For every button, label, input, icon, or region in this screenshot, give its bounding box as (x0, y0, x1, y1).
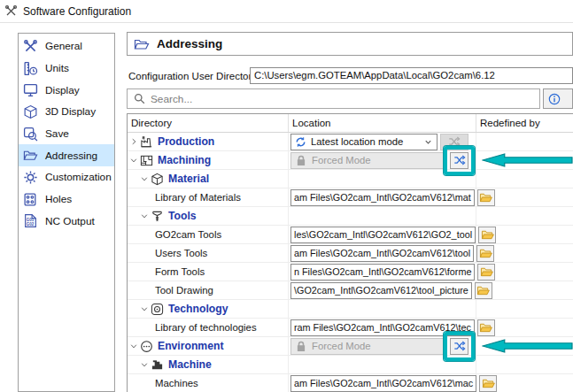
sidebar-item-label: Save (45, 127, 69, 140)
table-row-go2cam-tools[interactable]: GO2cam Tools les\GO2cam_Intl\GO2camV612\… (128, 226, 573, 244)
directory-cell: Machines (128, 374, 289, 392)
sidebar-item-customization[interactable]: Customization (19, 166, 114, 188)
location-path-input[interactable]: am Files\GO2cam_Intl\GO2camV612\tool (290, 245, 474, 262)
location-path-input[interactable]: les\GO2cam_Intl\GO2camV612\GO2_tool (290, 227, 476, 243)
sidebar-item-display[interactable]: Display (19, 79, 114, 101)
redefined-by-cell (476, 226, 573, 243)
folder-open-icon (23, 148, 39, 163)
location-mode-value: Latest location mode (311, 136, 403, 147)
sidebar: General Units Display 3D Display Save Ad… (18, 33, 115, 392)
location-path-input[interactable]: am Files\GO2cam_Intl\GO2camV612\mat (290, 189, 475, 206)
forced-mode-label: Forced Mode (312, 155, 371, 165)
software-configuration-icon (4, 4, 18, 18)
configuration-user-directory-input[interactable]: C:\Users\egm.GOTEAM\AppData\Local\GO2cam… (250, 67, 573, 84)
location-path-input[interactable]: am Files\GO2cam_Intl\GO2camV612\mac (290, 375, 476, 392)
expander-icon[interactable] (140, 174, 151, 183)
sidebar-item-units[interactable]: Units (19, 58, 114, 80)
table-body: Production Latest location mode Machinin… (128, 133, 573, 392)
location-cell (289, 300, 476, 318)
window-title: Software Configuration (23, 5, 131, 18)
software-configuration-window: { "window": { "title": "Software Configu… (0, 0, 573, 392)
info-button[interactable] (543, 88, 573, 109)
table-header-row: Directory Location Redefined by (128, 114, 573, 133)
column-header-redefined-by[interactable]: Redefined by (476, 114, 573, 132)
directory-cell: Library of technologies (128, 319, 289, 336)
redefined-by-cell (476, 374, 573, 392)
table-row-tools[interactable]: Tools (128, 207, 573, 226)
directory-cell: Production (128, 133, 289, 150)
table-row-library-of-materials[interactable]: Library of Materials am Files\GO2cam_Int… (128, 188, 573, 207)
column-header-location[interactable]: Location (289, 114, 476, 132)
expander-icon[interactable] (140, 304, 151, 313)
directory-label: Environment (158, 340, 224, 352)
expander-icon[interactable] (129, 137, 140, 146)
info-icon (548, 93, 561, 105)
location-path-input[interactable]: n Files\GO2cam_Intl\GO2camV612\forme (290, 264, 475, 281)
table-row-tool-drawing[interactable]: Tool Drawing \GO2cam_Intl\GO2camV612\too… (128, 281, 573, 300)
svg-text:G02: G02 (27, 222, 35, 227)
redefined-by-cell (476, 281, 573, 299)
sidebar-item-holes[interactable]: Holes (19, 188, 114, 211)
directory-cell: Technology (128, 300, 289, 318)
shuffle-location-button[interactable] (450, 152, 468, 169)
redefined-by-cell (476, 170, 573, 188)
redefined-by-cell (476, 151, 573, 169)
directory-label: Tool Drawing (155, 285, 213, 296)
holes-icon (23, 192, 39, 207)
sidebar-item-save[interactable]: Save (19, 123, 114, 145)
redefined-by-cell (476, 188, 573, 206)
directory-label: Tools (168, 210, 197, 222)
sidebar-item-nc-output[interactable]: G01G02 NC Output (19, 211, 114, 233)
table-row-environment[interactable]: Environment Forced Mode (128, 337, 573, 356)
addressing-table: Directory Location Redefined by Producti… (127, 113, 573, 392)
title-bar: Software Configuration (4, 4, 131, 18)
table-row-users-tools[interactable]: Users Tools am Files\GO2cam_Intl\GO2camV… (128, 244, 573, 263)
technology-icon (151, 303, 165, 316)
expander-icon[interactable] (129, 342, 140, 350)
location-cell (289, 170, 476, 188)
forced-mode-field: Forced Mode (290, 338, 447, 355)
table-row-material[interactable]: Material (128, 170, 573, 188)
sidebar-item-addressing[interactable]: Addressing (19, 144, 114, 166)
directory-label: Machines (155, 378, 198, 388)
expander-icon[interactable] (140, 360, 151, 369)
directory-label: Library of Materials (155, 192, 241, 203)
table-row-library-of-technologies[interactable]: Library of technologies ram Files\GO2cam… (128, 319, 573, 337)
location-cell: am Files\GO2cam_Intl\GO2camV612\tool (289, 244, 476, 262)
search-icon (134, 93, 145, 104)
location-path-input[interactable]: \GO2cam_Intl\GO2camV612\tool_picture (290, 282, 472, 299)
directory-cell: Machine (128, 356, 289, 373)
table-row-production[interactable]: Production Latest location mode (128, 133, 573, 151)
sidebar-item-3d-display[interactable]: 3D Display (19, 101, 114, 123)
location-mode-dropdown[interactable]: Latest location mode (290, 134, 437, 150)
forced-mode-label: Forced Mode (312, 341, 371, 351)
callout-arrow (482, 153, 573, 168)
sidebar-item-label: Holes (45, 193, 72, 205)
refresh-icon (295, 136, 306, 148)
directory-label: Users Tools (155, 248, 207, 258)
table-row-machining[interactable]: Machining Forced Mode (128, 151, 573, 170)
table-row-machines[interactable]: Machines am Files\GO2cam_Intl\GO2camV612… (128, 374, 573, 392)
location-path-input[interactable]: ram Files\GO2cam_Intl\GO2camV612\tec (290, 319, 475, 336)
search-input[interactable]: Search... (127, 88, 540, 109)
search-placeholder: Search... (151, 93, 192, 105)
sidebar-item-general[interactable]: General (19, 35, 114, 58)
gear-icon (23, 170, 39, 185)
directory-cell: Tool Drawing (128, 281, 289, 299)
column-header-directory[interactable]: Directory (128, 114, 289, 132)
redefined-by-cell (476, 263, 573, 281)
location-cell: Forced Mode (289, 337, 476, 355)
redefined-by-cell (476, 337, 573, 355)
machine-icon (151, 358, 165, 372)
expander-icon[interactable] (140, 211, 151, 220)
save-magnifier-icon (23, 127, 39, 142)
redefined-by-cell (476, 300, 573, 318)
table-row-technology[interactable]: Technology (128, 300, 573, 319)
directory-label: Material (168, 173, 209, 185)
lock-icon (296, 341, 306, 352)
page-title: Addressing (157, 37, 222, 50)
table-row-form-tools[interactable]: Form Tools n Files\GO2cam_Intl\GO2camV61… (128, 263, 573, 281)
shuffle-location-button[interactable] (450, 338, 468, 355)
expander-icon[interactable] (129, 156, 140, 165)
table-row-machine[interactable]: Machine (128, 356, 573, 374)
